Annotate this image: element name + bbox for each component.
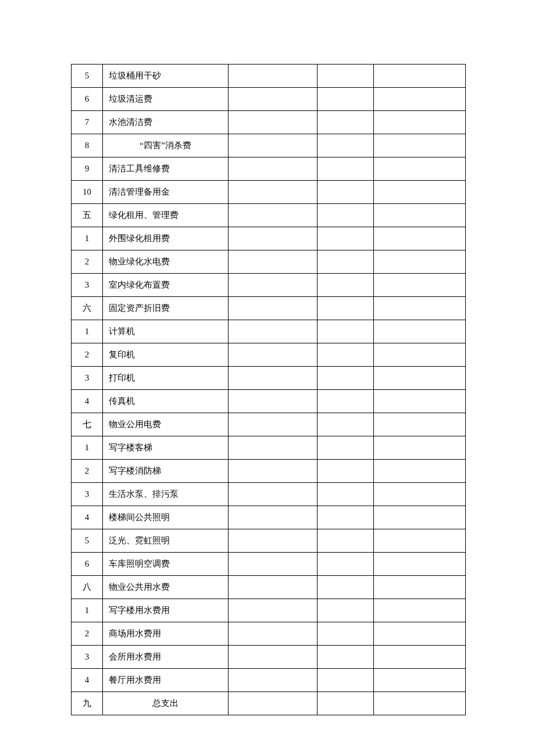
row-value-1 bbox=[229, 250, 318, 274]
table-row: 6车库照明空调费 bbox=[72, 553, 466, 576]
row-item-name: 商场用水费用 bbox=[103, 622, 229, 646]
row-number: 6 bbox=[72, 88, 103, 111]
row-value-3 bbox=[374, 204, 466, 227]
row-value-3 bbox=[374, 274, 466, 297]
row-value-3 bbox=[374, 181, 466, 204]
row-item-name: 复印机 bbox=[103, 343, 229, 367]
table-row: 3生活水泵、排污泵 bbox=[72, 483, 466, 506]
row-value-2 bbox=[318, 529, 374, 553]
row-value-2 bbox=[318, 204, 374, 227]
row-item-name: 总支出 bbox=[103, 692, 229, 715]
table-row: 1计算机 bbox=[72, 320, 466, 343]
table-row: 5泛光、霓虹照明 bbox=[72, 529, 466, 553]
row-value-1 bbox=[229, 367, 318, 390]
row-number: 5 bbox=[72, 65, 103, 88]
row-value-1 bbox=[229, 576, 318, 599]
row-value-2 bbox=[318, 622, 374, 646]
row-value-3 bbox=[374, 134, 466, 157]
row-number: 1 bbox=[72, 320, 103, 343]
row-value-3 bbox=[374, 599, 466, 622]
row-value-3 bbox=[374, 413, 466, 436]
row-value-1 bbox=[229, 157, 318, 181]
table-row: 10清洁管理备用金 bbox=[72, 181, 466, 204]
row-item-name: 垃圾清运费 bbox=[103, 88, 229, 111]
row-value-1 bbox=[229, 529, 318, 553]
table-row: 6垃圾清运费 bbox=[72, 88, 466, 111]
row-value-2 bbox=[318, 692, 374, 715]
row-value-1 bbox=[229, 413, 318, 436]
table-row: 2写字楼消防梯 bbox=[72, 460, 466, 483]
row-value-3 bbox=[374, 65, 466, 88]
table-row: 4楼梯间公共照明 bbox=[72, 506, 466, 529]
table-row: 8“四害”消杀费 bbox=[72, 134, 466, 157]
row-value-3 bbox=[374, 111, 466, 134]
row-value-3 bbox=[374, 88, 466, 111]
row-number: 九 bbox=[72, 692, 103, 715]
row-number: 七 bbox=[72, 413, 103, 436]
row-value-3 bbox=[374, 529, 466, 553]
row-value-3 bbox=[374, 646, 466, 669]
row-item-name: 固定资产折旧费 bbox=[103, 297, 229, 320]
row-number: 7 bbox=[72, 111, 103, 134]
table-row: 九总支出 bbox=[72, 692, 466, 715]
row-value-1 bbox=[229, 436, 318, 460]
row-number: 6 bbox=[72, 553, 103, 576]
table-row: 3会所用水费用 bbox=[72, 646, 466, 669]
row-item-name: 写字楼消防梯 bbox=[103, 460, 229, 483]
row-number: 1 bbox=[72, 227, 103, 250]
row-value-3 bbox=[374, 506, 466, 529]
row-value-3 bbox=[374, 669, 466, 692]
table-row: 1写字楼用水费用 bbox=[72, 599, 466, 622]
row-number: 4 bbox=[72, 506, 103, 529]
row-value-3 bbox=[374, 343, 466, 367]
row-value-3 bbox=[374, 250, 466, 274]
row-item-name: 泛光、霓虹照明 bbox=[103, 529, 229, 553]
row-value-2 bbox=[318, 88, 374, 111]
row-number: 4 bbox=[72, 390, 103, 413]
row-number: 2 bbox=[72, 460, 103, 483]
table-row: 7水池清洁费 bbox=[72, 111, 466, 134]
row-item-name: “四害”消杀费 bbox=[103, 134, 229, 157]
table-row: 2商场用水费用 bbox=[72, 622, 466, 646]
table-row: 2物业绿化水电费 bbox=[72, 250, 466, 274]
row-value-3 bbox=[374, 320, 466, 343]
row-item-name: 写字楼用水费用 bbox=[103, 599, 229, 622]
row-value-3 bbox=[374, 436, 466, 460]
row-number: 1 bbox=[72, 436, 103, 460]
row-value-3 bbox=[374, 157, 466, 181]
expense-table: 5垃圾桶用干砂6垃圾清运费7水池清洁费8“四害”消杀费9清洁工具维修费10清洁管… bbox=[71, 64, 466, 715]
row-value-3 bbox=[374, 227, 466, 250]
row-number: 3 bbox=[72, 646, 103, 669]
row-value-1 bbox=[229, 646, 318, 669]
row-value-1 bbox=[229, 460, 318, 483]
row-value-2 bbox=[318, 320, 374, 343]
row-value-2 bbox=[318, 646, 374, 669]
row-value-1 bbox=[229, 65, 318, 88]
row-value-1 bbox=[229, 343, 318, 367]
row-item-name: 清洁工具维修费 bbox=[103, 157, 229, 181]
row-number: 10 bbox=[72, 181, 103, 204]
row-number: 2 bbox=[72, 343, 103, 367]
row-value-3 bbox=[374, 692, 466, 715]
row-item-name: 水池清洁费 bbox=[103, 111, 229, 134]
row-item-name: 外围绿化租用费 bbox=[103, 227, 229, 250]
row-value-1 bbox=[229, 181, 318, 204]
row-value-1 bbox=[229, 274, 318, 297]
row-item-name: 物业绿化水电费 bbox=[103, 250, 229, 274]
row-value-1 bbox=[229, 134, 318, 157]
row-number: 2 bbox=[72, 622, 103, 646]
row-number: 2 bbox=[72, 250, 103, 274]
row-value-1 bbox=[229, 599, 318, 622]
table-row: 1写字楼客梯 bbox=[72, 436, 466, 460]
row-item-name: 生活水泵、排污泵 bbox=[103, 483, 229, 506]
table-row: 八物业公共用水费 bbox=[72, 576, 466, 599]
row-value-2 bbox=[318, 181, 374, 204]
row-value-1 bbox=[229, 111, 318, 134]
table-row: 五绿化租用、管理费 bbox=[72, 204, 466, 227]
table-row: 4传真机 bbox=[72, 390, 466, 413]
row-value-1 bbox=[229, 390, 318, 413]
row-value-2 bbox=[318, 669, 374, 692]
row-item-name: 计算机 bbox=[103, 320, 229, 343]
row-value-1 bbox=[229, 227, 318, 250]
row-number: 六 bbox=[72, 297, 103, 320]
